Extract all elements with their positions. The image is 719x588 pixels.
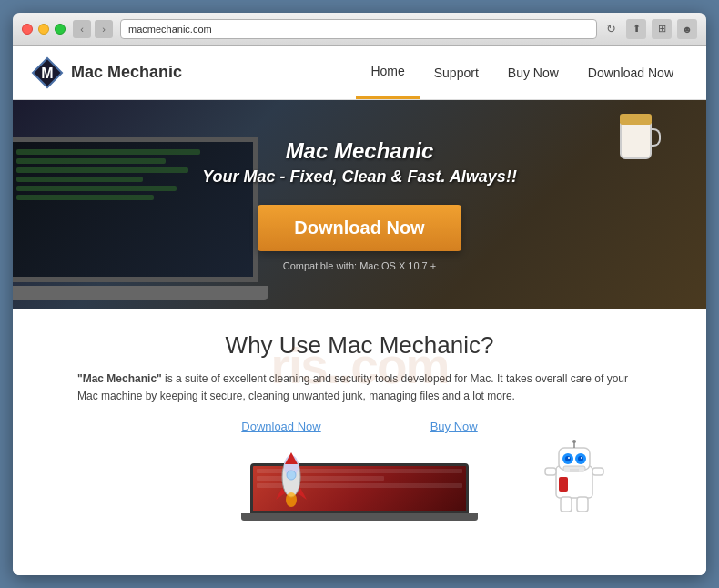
svg-point-16 [581,457,582,459]
minimize-button[interactable] [38,24,49,35]
svg-text:M: M [41,66,53,81]
back-button[interactable]: ‹ [73,20,91,38]
why-title: Why Use Mac Mechanic? [67,331,652,360]
address-bar[interactable]: macmechanic.com [120,19,597,39]
svg-rect-23 [559,477,568,492]
forward-button[interactable]: › [95,20,113,38]
svg-rect-22 [570,469,579,472]
svg-point-8 [287,471,296,480]
logo-icon: M [31,56,64,89]
bottom-illustration [67,448,652,521]
svg-rect-24 [561,497,572,512]
why-links: Download Now Buy Now [67,420,652,433]
svg-point-7 [286,492,297,507]
tabs-button[interactable]: ⊞ [652,19,672,39]
nav-link-buy[interactable]: Buy Now [493,46,573,99]
profile-button[interactable]: ☻ [677,19,697,39]
why-section: ris..com Why Use Mac Mechanic? "Mac Mech… [13,309,706,575]
why-buy-link[interactable]: Buy Now [430,420,478,433]
why-description: "Mac Mechanic" is a suite of excellent c… [77,370,642,405]
hero-title: Mac Mechanic [202,138,517,164]
share-button[interactable]: ⬆ [626,19,646,39]
hero-download-button[interactable]: Download Now [258,205,461,251]
address-bar-container: macmechanic.com ↻ [120,19,619,39]
svg-rect-20 [545,468,556,475]
hero-subtitle: Your Mac - Fixed, Clean & Fast. Always!! [202,167,517,187]
svg-rect-25 [577,497,588,512]
rocket-illustration [273,450,309,513]
close-button[interactable] [22,24,33,35]
traffic-lights [22,24,66,35]
rocket-svg [273,450,309,513]
coffee-cup [620,114,661,164]
address-text: macmechanic.com [128,24,212,35]
svg-marker-6 [298,488,307,500]
bottom-laptop [232,463,487,521]
svg-point-14 [578,456,583,461]
logo-area: M Mac Mechanic [31,56,182,89]
reload-button[interactable]: ↻ [603,21,619,37]
nav-link-home[interactable]: Home [356,46,419,99]
svg-marker-5 [276,488,285,500]
robot-illustration [542,439,606,521]
svg-point-18 [572,440,576,443]
site-navbar: M Mac Mechanic Home Support Buy Now Down… [13,46,706,100]
svg-rect-21 [592,468,603,475]
robot-svg [542,439,606,521]
maximize-button[interactable] [55,24,66,35]
nav-link-download[interactable]: Download Now [573,46,688,99]
hero-compatibility: Compatible with: Mac OS X 10.7 + [202,260,517,271]
browser-actions: ⬆ ⊞ ☻ [626,19,697,39]
bottom-base [241,513,478,521]
why-download-link[interactable]: Download Now [241,420,320,433]
brand-name-strong: "Mac Mechanic" [77,372,162,385]
nav-link-support[interactable]: Support [420,46,493,99]
logo-text: Mac Mechanic [71,63,182,82]
hero-content: Mac Mechanic Your Mac - Fixed, Clean & F… [202,138,517,271]
webpage: M Mac Mechanic Home Support Buy Now Down… [13,46,706,575]
browser-window: ‹ › macmechanic.com ↻ ⬆ ⊞ ☻ M Mac Mecha [13,13,706,575]
browser-titlebar: ‹ › macmechanic.com ↻ ⬆ ⊞ ☻ [13,13,706,46]
hero-section: Mac Mechanic Your Mac - Fixed, Clean & F… [13,100,706,309]
browser-nav-buttons: ‹ › [73,20,113,38]
svg-point-15 [568,457,570,459]
svg-point-13 [565,456,571,461]
nav-links: Home Support Buy Now Download Now [356,46,688,99]
laptop-base [13,286,268,300]
